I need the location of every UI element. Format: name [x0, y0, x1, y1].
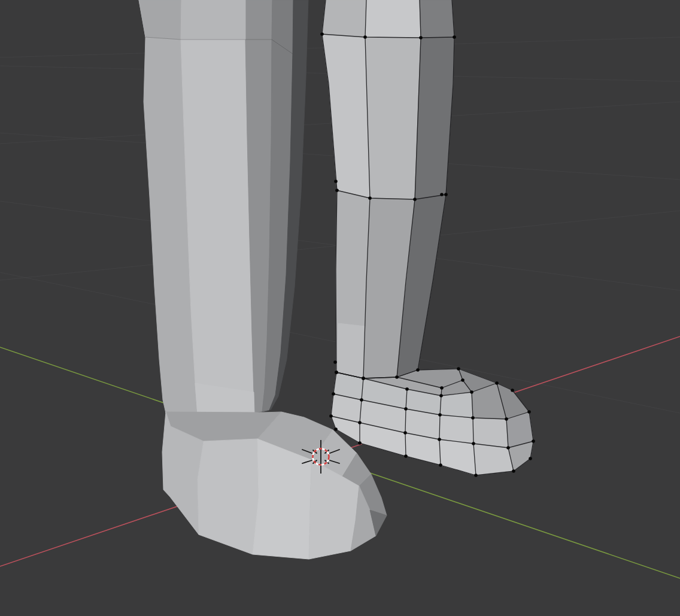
left-leg-mesh[interactable]: [139, 0, 308, 414]
3d-viewport[interactable]: [0, 0, 680, 616]
viewport-stage: [0, 0, 680, 616]
